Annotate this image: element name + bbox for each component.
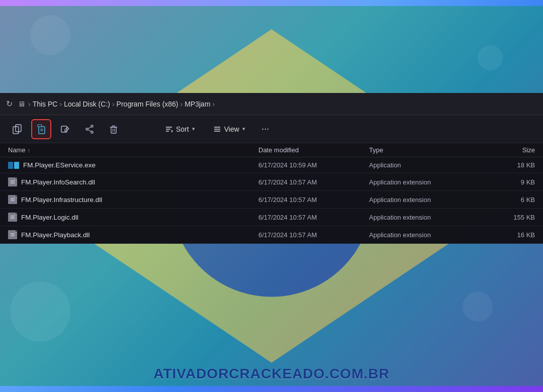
svg-rect-35: [11, 216, 15, 216]
svg-rect-39: [11, 235, 15, 235]
file-name-cell: FM.Player.Playback.dll: [8, 230, 258, 239]
sep-0: ›: [28, 100, 31, 108]
bubble-3: [10, 281, 70, 342]
svg-rect-31: [11, 183, 15, 183]
svg-rect-20: [113, 126, 115, 127]
breadcrumb: › This PC › Local Disk (C:) › Program Fi…: [28, 100, 215, 108]
table-row[interactable]: FM.Player.EService.exe 6/17/2024 10:59 A…: [0, 157, 543, 173]
sort-arrow-icon: ↑: [28, 147, 31, 153]
file-size: 16 KB: [485, 231, 535, 239]
dll-icon: [8, 177, 17, 186]
file-type: Application extension: [369, 178, 485, 186]
file-type: Application extension: [369, 196, 485, 204]
svg-rect-30: [11, 182, 15, 182]
svg-rect-40: [11, 236, 15, 236]
svg-rect-34: [11, 201, 15, 201]
more-options-button[interactable]: ···: [256, 120, 275, 138]
delete-button[interactable]: [104, 119, 124, 139]
file-name: FM.Player.Logic.dll: [21, 214, 78, 221]
column-headers: Name ↑ Date modified Type Size: [0, 143, 543, 157]
toolbar: Sort ▾ View ▾ ···: [0, 115, 543, 143]
dll-icon: [8, 230, 17, 239]
refresh-button[interactable]: ↻: [6, 99, 13, 109]
dll-icon: [8, 213, 17, 222]
svg-point-13: [91, 125, 93, 127]
file-name-cell: FM.Player.InfoSearch.dll: [8, 177, 258, 186]
more-icon: ···: [261, 124, 269, 134]
sort-label: Sort: [176, 125, 189, 133]
file-name: FM.Player.InfoSearch.dll: [21, 178, 95, 186]
file-type: Application: [369, 161, 485, 169]
sort-chevron-icon: ▾: [192, 126, 195, 132]
crumb-this-pc[interactable]: This PC: [33, 100, 58, 108]
explorer-window: ↻ 🖥 › This PC › Local Disk (C:) › Progra…: [0, 93, 543, 244]
file-date: 6/17/2024 10:57 AM: [258, 196, 369, 204]
table-row[interactable]: FM.Player.InfoSearch.dll 6/17/2024 10:57…: [0, 173, 543, 191]
file-name: FM.Player.Playback.dll: [21, 231, 90, 239]
dll-icon: [8, 195, 17, 204]
col-header-type[interactable]: Type: [369, 146, 485, 154]
svg-rect-9: [38, 125, 42, 127]
watermark: ATIVADORCRACKEADO.COM.BR: [0, 366, 543, 382]
view-chevron-icon: ▾: [242, 126, 245, 132]
paste-button[interactable]: [31, 119, 51, 139]
file-date: 6/17/2024 10:57 AM: [258, 214, 369, 221]
svg-line-17: [88, 130, 91, 132]
svg-point-14: [91, 131, 93, 133]
crumb-program-files[interactable]: Program Files (x86): [117, 100, 178, 108]
sep-2: ›: [112, 100, 115, 108]
table-row[interactable]: FM.Player.Playback.dll 6/17/2024 10:57 A…: [0, 226, 543, 244]
sort-button[interactable]: Sort ▾: [158, 122, 202, 136]
svg-rect-33: [11, 200, 15, 200]
sep-1: ›: [59, 100, 62, 108]
file-type: Application extension: [369, 231, 485, 239]
svg-rect-32: [11, 198, 15, 199]
share-button[interactable]: [79, 119, 100, 139]
file-name-cell: FM.Player.EService.exe: [8, 161, 258, 169]
table-row[interactable]: FM.Player.Logic.dll 6/17/2024 10:57 AM A…: [0, 209, 543, 226]
computer-icon: 🖥: [18, 100, 25, 108]
file-list: Name ↑ Date modified Type Size FM.Playe: [0, 143, 543, 244]
file-size: 18 KB: [485, 161, 535, 169]
crumb-mp3jam[interactable]: MP3jam: [185, 100, 210, 108]
address-bar: ↻ 🖥 › This PC › Local Disk (C:) › Progra…: [0, 93, 543, 115]
svg-point-15: [86, 128, 88, 130]
view-label: View: [224, 125, 239, 133]
rename-button[interactable]: [55, 119, 75, 139]
col-header-date[interactable]: Date modified: [258, 146, 369, 154]
file-name: FM.Player.Infrastructure.dll: [21, 196, 102, 204]
svg-rect-18: [111, 127, 116, 133]
sep-3: ›: [180, 100, 183, 108]
copy-path-button[interactable]: [7, 119, 27, 139]
svg-line-16: [88, 127, 91, 129]
bubble-1: [30, 15, 70, 55]
bubble-4: [463, 291, 493, 322]
exe-icon: [8, 162, 19, 169]
svg-rect-36: [11, 217, 15, 218]
svg-rect-37: [11, 218, 15, 219]
file-size: 6 KB: [485, 196, 535, 204]
file-rows: FM.Player.EService.exe 6/17/2024 10:59 A…: [0, 157, 543, 244]
file-date: 6/17/2024 10:57 AM: [258, 178, 369, 186]
crumb-local-disk[interactable]: Local Disk (C:): [64, 100, 110, 108]
sep-4: ›: [213, 100, 215, 108]
col-header-name[interactable]: Name ↑: [8, 146, 258, 154]
file-size: 155 KB: [485, 214, 535, 221]
file-name-cell: FM.Player.Infrastructure.dll: [8, 195, 258, 204]
file-date: 6/17/2024 10:59 AM: [258, 161, 369, 169]
svg-rect-29: [11, 180, 15, 181]
svg-rect-38: [11, 233, 15, 234]
table-row[interactable]: FM.Player.Infrastructure.dll 6/17/2024 1…: [0, 191, 543, 209]
file-name-cell: FM.Player.Logic.dll: [8, 213, 258, 222]
view-button[interactable]: View ▾: [206, 122, 252, 136]
file-name: FM.Player.EService.exe: [23, 161, 96, 169]
file-size: 9 KB: [485, 178, 535, 186]
svg-rect-8: [39, 127, 45, 134]
file-type: Application extension: [369, 214, 485, 221]
col-header-size[interactable]: Size: [485, 146, 535, 154]
file-date: 6/17/2024 10:57 AM: [258, 231, 369, 239]
bubble-2: [478, 45, 503, 70]
watermark-text: ATIVADORCRACKEADO.COM.BR: [153, 366, 389, 381]
